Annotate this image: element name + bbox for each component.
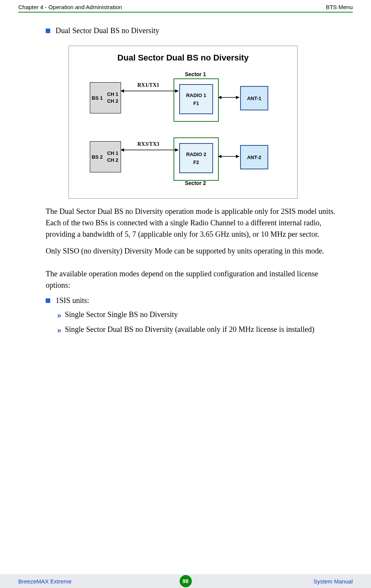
bs1-channels: CH 1 CH 2 xyxy=(107,91,118,105)
bs2-box: BS 2 CH 1 CH 2 xyxy=(90,141,121,172)
sub-bullet-1: » Single Sector Single BS no Diversity xyxy=(57,310,337,320)
bs1-ch1: CH 1 xyxy=(107,91,118,98)
sub-bullet-1-text: Single Sector Single BS no Diversity xyxy=(65,310,178,319)
radio1-freq: F1 xyxy=(180,100,212,106)
bs2-ch1: CH 1 xyxy=(107,150,118,157)
diagram-frame: Dual Sector Dual BS no Diversity BS 1 CH… xyxy=(68,46,298,199)
sub-bullet-2-text: Single Sector Dual BS no Diversity (avai… xyxy=(65,325,314,334)
section-bullet: Dual Sector Dual BS no Diversity xyxy=(46,26,337,35)
radio2-freq: F2 xyxy=(180,159,212,165)
section-bullet-text: Dual Sector Dual BS no Diversity xyxy=(56,26,159,35)
radio2-box: RADIO 2 F2 xyxy=(179,143,213,173)
bs1-ch2: CH 2 xyxy=(107,98,118,105)
ant1-box: ANT-1 xyxy=(240,86,268,110)
sector1-label: Sector 1 xyxy=(185,71,206,77)
radio1-box: RADIO 1 F1 xyxy=(179,84,213,114)
paragraph-3: The available operation modes depend on … xyxy=(46,268,337,291)
footer-left: BreezeMAX Extreme xyxy=(18,578,72,585)
bs2-label: BS 2 xyxy=(92,154,103,160)
bs2-ch2: CH 2 xyxy=(107,157,118,164)
bs1-label: BS 1 xyxy=(92,95,103,101)
diagram-container: Dual Sector Dual BS no Diversity BS 1 CH… xyxy=(68,46,337,199)
header-rule xyxy=(18,12,353,13)
bs2-channels: CH 1 CH 2 xyxy=(107,150,118,164)
chevron-icon: » xyxy=(57,326,60,335)
square-bullet-icon xyxy=(46,29,50,33)
footer-bar: BreezeMAX Extreme 98 System Manual xyxy=(0,574,371,588)
page: Chapter 4 - Operation and Administration… xyxy=(0,0,371,588)
paragraph-2: Only SISO (no diversity) Diversity Mode … xyxy=(46,245,337,257)
sub-bullet-2: » Single Sector Dual BS no Diversity (av… xyxy=(57,325,337,335)
footer-right: System Manual xyxy=(314,578,353,585)
link1-label: RX1/TX1 xyxy=(137,82,159,88)
radio1-name: RADIO 1 xyxy=(180,92,212,98)
link2-label: RX3/TX3 xyxy=(137,141,159,147)
page-number-badge: 98 xyxy=(180,575,192,587)
diagram-title: Dual Sector Dual BS no Diversity xyxy=(69,53,297,63)
bs1-box: BS 1 CH 1 CH 2 xyxy=(90,82,121,113)
header-right: BTS Menu xyxy=(326,4,353,10)
radio2-name: RADIO 2 xyxy=(180,151,212,157)
paragraph-1: The Dual Sector Dual BS no Diversity ope… xyxy=(46,206,337,240)
page-header: Chapter 4 - Operation and Administration… xyxy=(0,0,371,12)
chevron-icon: » xyxy=(57,311,60,320)
footer-center: 98 xyxy=(180,575,192,587)
ant2-box: ANT-2 xyxy=(240,145,268,169)
sector2-label: Sector 2 xyxy=(185,180,206,186)
header-left: Chapter 4 - Operation and Administration xyxy=(18,4,122,10)
list-units-text: 1SIS units: xyxy=(56,296,89,305)
square-bullet-icon xyxy=(46,298,50,303)
list-bullet-units: 1SIS units: xyxy=(46,296,337,305)
content-area: Dual Sector Dual BS no Diversity Dual Se… xyxy=(46,26,337,335)
